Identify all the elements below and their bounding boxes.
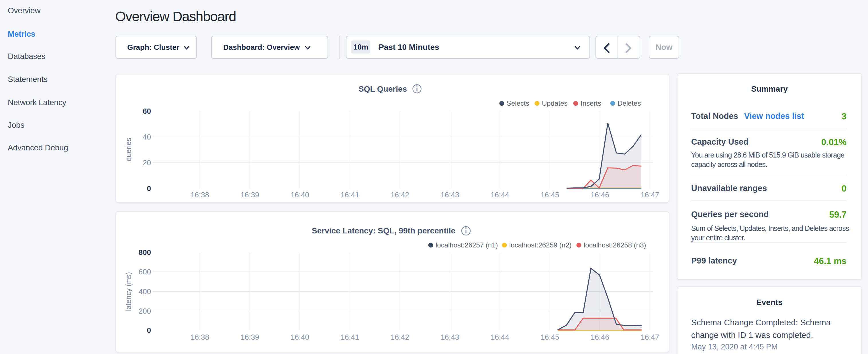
svg-text:Selects: Selects <box>507 99 529 107</box>
svg-text:16:41: 16:41 <box>340 190 359 199</box>
svg-text:localhost:26258 (n3): localhost:26258 (n3) <box>584 241 646 249</box>
svg-text:16:42: 16:42 <box>391 333 409 342</box>
svg-text:16:47: 16:47 <box>641 333 659 342</box>
svg-text:16:41: 16:41 <box>340 333 359 342</box>
svg-text:16:38: 16:38 <box>191 190 209 199</box>
svg-text:16:39: 16:39 <box>241 333 259 342</box>
svg-text:16:45: 16:45 <box>540 333 559 342</box>
svg-text:16:46: 16:46 <box>591 333 609 342</box>
svg-text:16:38: 16:38 <box>191 333 209 342</box>
svg-text:200: 200 <box>139 307 151 315</box>
svg-text:latency (ms): latency (ms) <box>124 272 132 311</box>
svg-text:localhost:26257 (n1): localhost:26257 (n1) <box>436 241 498 249</box>
svg-text:16:43: 16:43 <box>440 333 459 342</box>
svg-text:localhost:26259 (n2): localhost:26259 (n2) <box>509 241 571 249</box>
svg-text:Updates: Updates <box>542 99 567 107</box>
svg-text:60: 60 <box>143 107 151 116</box>
svg-text:16:46: 16:46 <box>591 190 609 199</box>
svg-text:Deletes: Deletes <box>618 99 641 107</box>
svg-text:16:40: 16:40 <box>290 333 309 342</box>
svg-text:16:39: 16:39 <box>241 190 259 199</box>
svg-text:Service Latency: SQL, 99th per: Service Latency: SQL, 99th percentile <box>312 226 455 235</box>
svg-text:40: 40 <box>143 133 151 141</box>
svg-text:SQL Queries: SQL Queries <box>359 85 407 93</box>
svg-text:400: 400 <box>139 287 151 296</box>
svg-text:queries: queries <box>124 138 132 161</box>
svg-text:600: 600 <box>139 267 151 276</box>
svg-text:16:40: 16:40 <box>290 190 309 199</box>
svg-text:0: 0 <box>147 184 151 193</box>
svg-text:20: 20 <box>143 158 151 167</box>
svg-text:16:45: 16:45 <box>540 190 559 199</box>
svg-text:16:42: 16:42 <box>391 190 409 199</box>
svg-text:16:44: 16:44 <box>491 190 509 199</box>
svg-text:800: 800 <box>139 248 151 257</box>
svg-text:16:44: 16:44 <box>491 333 509 342</box>
svg-text:16:43: 16:43 <box>440 190 459 199</box>
svg-text:0: 0 <box>147 326 151 334</box>
svg-text:16:47: 16:47 <box>641 190 659 199</box>
svg-text:Inserts: Inserts <box>581 99 601 107</box>
